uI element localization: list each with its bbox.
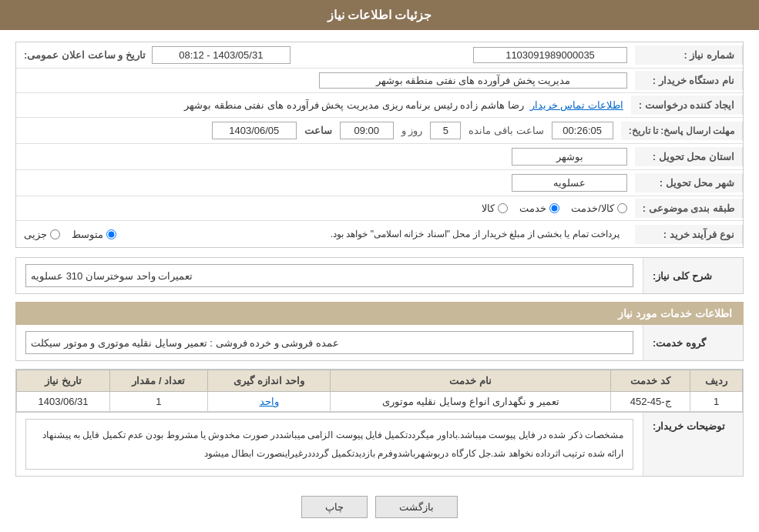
service-group-value: عمده فروشی و خرده فروشی : تعمیر وسایل نق… [25, 331, 633, 354]
category-khedmat[interactable]: خدمت [519, 202, 559, 214]
service-group-row: گروه خدمت: عمده فروشی و خرده فروشی : تعم… [15, 325, 744, 361]
need-description-label: شرح کلی نیاز: [643, 258, 743, 293]
col-unit: واحد اندازه گیری [207, 370, 331, 392]
need-description-value: تعمیرات واحد سوخترسان 310 عسلویه [16, 258, 643, 293]
col-quantity: تعداد / مقدار [110, 370, 208, 392]
purchase-note: پرداخت تمام یا بخشی از مبلغ خریدار از مح… [132, 225, 627, 243]
need-number-value: 1103091989000035 [473, 47, 627, 63]
cell-quantity: 1 [110, 392, 208, 412]
purchase-type-row: نوع فرآیند خرید : پرداخت تمام یا بخشی از… [16, 221, 743, 247]
purchase-type-label: نوع فرآیند خرید : [635, 225, 743, 244]
table-header-row: ردیف کد خدمت نام خدمت واحد اندازه گیری ت… [17, 370, 743, 392]
col-row-num: ردیف [690, 370, 743, 392]
services-table-wrapper: ردیف کد خدمت نام خدمت واحد اندازه گیری ت… [15, 369, 744, 413]
need-description-section: شرح کلی نیاز: تعمیرات واحد سوخترسان 310 … [15, 257, 744, 294]
category-radio-group: کالا/خدمت خدمت کالا [24, 202, 627, 214]
buyer-notes-value-cell: مشخصات ذکر شده در فایل پیوست میباشد.بادا… [16, 413, 643, 476]
province-value: بوشهر [512, 148, 627, 166]
city-row: شهر محل تحویل : عسلویه [16, 170, 743, 196]
time-label: ساعت [304, 125, 332, 136]
creator-label: ایجاد کننده درخواست : [631, 95, 743, 115]
creator-value: رضا هاشم زاده رئیس برنامه ریزی مدیریت پخ… [184, 99, 523, 111]
service-group-value-cell: عمده فروشی و خرده فروشی : تعمیر وسایل نق… [16, 325, 643, 360]
announce-value: 1403/05/31 - 08:12 [152, 46, 291, 64]
table-row: 1 ج-45-452 تعمیر و نگهداری انواع وسایل ن… [17, 392, 743, 412]
col-service-code: کد خدمت [611, 370, 690, 392]
need-description-text: تعمیرات واحد سوخترسان 310 عسلویه [25, 264, 633, 287]
cell-date: 1403/06/31 [17, 392, 110, 412]
category-label: طبقه بندی موضوعی : [635, 199, 743, 218]
services-table: ردیف کد خدمت نام خدمت واحد اندازه گیری ت… [16, 370, 743, 412]
cell-row-num: 1 [690, 392, 743, 412]
days-label: روز و [401, 125, 423, 136]
send-date-row: مهلت ارسال پاسخ: تا تاریخ: 1403/06/05 سا… [16, 118, 743, 144]
cell-unit: واحد [207, 392, 331, 412]
city-value: عسلویه [512, 174, 627, 192]
remaining-label: ساعت باقی مانده [468, 125, 543, 136]
radio-kala-khedmat[interactable] [617, 203, 627, 213]
col-date: تاریخ نیاز [17, 370, 110, 392]
col-service-name: نام خدمت [331, 370, 611, 392]
province-row: استان محل تحویل : بوشهر [16, 144, 743, 170]
action-buttons: بازگشت چاپ [15, 484, 744, 530]
buyer-notes-text: مشخصات ذکر شده در فایل پیوست میباشد.بادا… [25, 419, 633, 470]
buyer-notes-section: توضیحات خریدار: مشخصات ذکر شده در فایل پ… [15, 413, 744, 477]
buyer-notes-label: توضیحات خریدار: [643, 413, 743, 476]
print-button[interactable]: چاپ [301, 496, 368, 518]
city-label: شهر محل تحویل : [635, 173, 743, 192]
need-number-row: شماره نیاز : 1103091989000035 1403/05/31… [16, 42, 743, 69]
buyer-org-value: مدیریت پخش فرآورده های نفتی منطقه بوشهر [319, 72, 627, 89]
service-group-label: گروه خدمت: [643, 325, 743, 360]
radio-motavaset[interactable] [106, 229, 116, 239]
date-value: 1403/06/05 [212, 122, 297, 139]
province-label: استان محل تحویل : [635, 147, 743, 166]
announce-label: تاریخ و ساعت اعلان عمومی: [24, 49, 146, 61]
service-section-header: اطلاعات خدمات مورد نیاز [15, 302, 744, 325]
radio-jozi[interactable] [50, 229, 60, 239]
send-date-label: مهلت ارسال پاسخ: تا تاریخ: [621, 122, 743, 140]
cell-code: ج-45-452 [611, 392, 690, 412]
page-title: جزئیات اطلاعات نیاز [327, 8, 432, 22]
purchase-motavaset[interactable]: متوسط [72, 229, 116, 240]
category-kala-khedmat[interactable]: کالا/خدمت [571, 202, 627, 214]
main-info-section: شماره نیاز : 1103091989000035 1403/05/31… [15, 42, 744, 248]
radio-khedmat[interactable] [549, 203, 559, 213]
need-number-label: شماره نیاز : [635, 45, 743, 65]
category-kala[interactable]: کالا [482, 202, 508, 214]
days-value: 5 [430, 122, 461, 139]
purchase-radio-group: متوسط جزیی [24, 229, 116, 240]
radio-kala[interactable] [498, 203, 508, 213]
remaining-value: 00:26:05 [552, 122, 613, 139]
category-row: طبقه بندی موضوعی : کالا/خدمت خدمت [16, 196, 743, 221]
back-button[interactable]: بازگشت [375, 496, 458, 518]
buyer-org-label: نام دستگاه خریدار : [635, 71, 743, 90]
page-header: جزئیات اطلاعات نیاز [0, 0, 759, 30]
time-value: 09:00 [340, 122, 394, 139]
creator-link[interactable]: اطلاعات تماس خریدار [530, 99, 623, 111]
creator-row: ایجاد کننده درخواست : اطلاعات تماس خریدا… [16, 93, 743, 118]
buyer-org-row: نام دستگاه خریدار : مدیریت پخش فرآورده ه… [16, 69, 743, 93]
purchase-jozi[interactable]: جزیی [24, 229, 60, 240]
cell-name: تعمیر و نگهداری انواع وسایل نقلیه موتوری [331, 392, 611, 412]
